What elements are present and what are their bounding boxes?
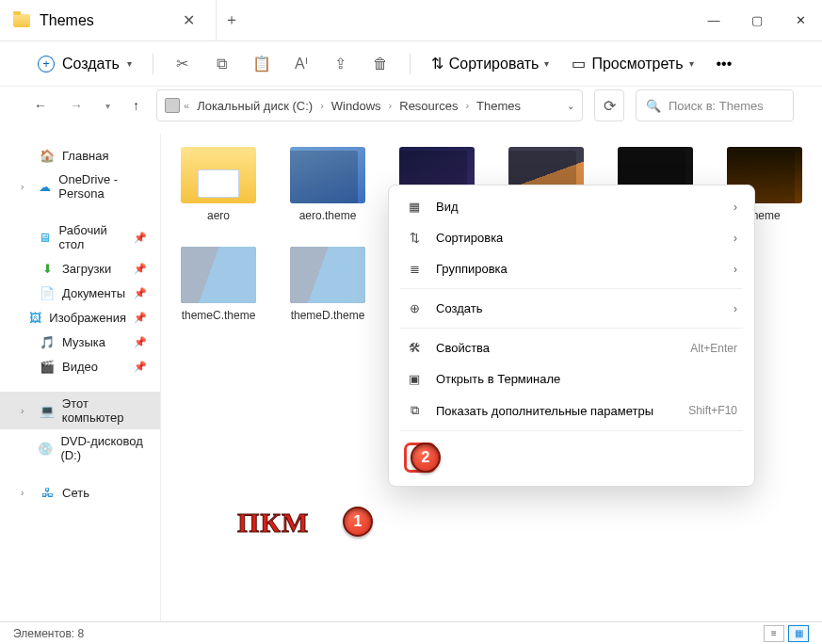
tab-close-button[interactable]: ✕ [175, 8, 202, 33]
ctx-terminal[interactable]: ▣Открыть в Терминале [395, 363, 749, 394]
ctx-more-options[interactable]: ⧉Показать дополнительные параметрыShift+… [395, 394, 749, 427]
status-bar: Элементов: 8 ≡ ▦ [0, 621, 822, 644]
sort-button[interactable]: ⇅ Сортировать ▾ [422, 51, 559, 76]
file-tile[interactable]: aero.theme [276, 147, 379, 222]
tab-themes[interactable]: Themes ✕ [0, 0, 217, 41]
pictures-icon: 🖼 [29, 310, 41, 325]
ctx-new[interactable]: ⊕Создать› [395, 293, 749, 324]
search-placeholder: Поиск в: Themes [669, 99, 764, 113]
item-count: Элементов: 8 [13, 627, 84, 640]
pin-icon: 📌 [134, 287, 147, 299]
more-button[interactable]: ••• [707, 52, 742, 76]
window-maximize-button[interactable]: ▢ [735, 6, 779, 35]
cut-button[interactable]: ✂ [165, 55, 201, 72]
sidebar-desktop[interactable]: 🖥Рабочий стол📌 [0, 218, 160, 256]
video-icon: 🎬 [40, 359, 55, 374]
properties-icon: 🛠 [406, 341, 423, 355]
sidebar: 🏠Главная ›☁OneDrive - Persona 🖥Рабочий с… [0, 134, 161, 621]
download-icon: ⬇ [40, 261, 55, 276]
file-tile[interactable]: themeC.theme [167, 247, 270, 322]
chevron-down-icon: ▾ [689, 58, 694, 69]
window-minimize-button[interactable]: — [692, 6, 735, 35]
address-row: ← → ▾ ↑ « Локальный диск (C:)› Windows› … [0, 87, 822, 134]
chevron-down-icon: ▾ [544, 58, 549, 69]
plus-circle-icon: + [38, 56, 55, 72]
refresh-button[interactable]: ⟳ [594, 89, 624, 121]
pc-icon: 💻 [40, 403, 55, 418]
theme-thumb [181, 247, 256, 303]
file-tile[interactable]: themeD.theme [276, 247, 379, 322]
home-icon: 🏠 [40, 148, 55, 163]
crumb-2[interactable]: Resources [395, 99, 461, 113]
recent-button[interactable]: ▾ [100, 95, 116, 117]
annotation-callout-2: 2 [411, 443, 441, 473]
pin-icon: 📌 [134, 336, 147, 348]
new-label: Создать [62, 56, 120, 72]
search-input[interactable]: 🔍 Поиск в: Themes [636, 89, 794, 121]
delete-button[interactable]: 🗑 [363, 56, 398, 72]
theme-thumb [290, 147, 365, 203]
window-close-button[interactable]: ✕ [779, 6, 822, 35]
up-button[interactable]: ↑ [127, 92, 145, 119]
crumb-3[interactable]: Themes [473, 99, 524, 113]
sort-icon: ⇅ [406, 231, 423, 245]
sidebar-network[interactable]: ›🖧Сеть [0, 480, 160, 505]
folder-icon [181, 147, 256, 203]
plus-icon: ⊕ [406, 301, 423, 315]
folder-icon [13, 14, 30, 27]
file-tile[interactable]: aero [167, 147, 270, 222]
sidebar-home[interactable]: 🏠Главная [0, 143, 160, 168]
path-history-button[interactable]: ⌄ [567, 101, 574, 111]
theme-thumb [290, 247, 365, 303]
sidebar-music[interactable]: 🎵Музыка📌 [0, 330, 160, 354]
sidebar-onedrive[interactable]: ›☁OneDrive - Persona [0, 168, 160, 205]
sort-icon: ⇅ [431, 55, 443, 72]
title-bar: Themes ✕ ＋ — ▢ ✕ [0, 0, 822, 41]
sidebar-documents[interactable]: 📄Документы📌 [0, 281, 160, 305]
chevron-right-icon: › [733, 263, 737, 276]
sidebar-pictures[interactable]: 🖼Изображения📌 [0, 305, 160, 330]
context-menu: ▦Вид› ⇅Сортировка› ≣Группировка› ⊕Создат… [388, 185, 755, 487]
new-button[interactable]: + Создать ▾ [28, 52, 141, 76]
annotation-callout-1: 1 [343, 507, 373, 537]
forward-button[interactable]: → [64, 92, 89, 119]
view-icon: ▭ [572, 55, 586, 72]
crumb-1[interactable]: Windows [328, 99, 385, 113]
rename-button[interactable]: Aᴵ [283, 55, 319, 72]
ctx-group[interactable]: ≣Группировка› [395, 253, 749, 284]
copy-button[interactable]: ⧉ [204, 56, 240, 72]
chevron-down-icon: ▾ [127, 58, 132, 69]
icons-view-button[interactable]: ▦ [788, 625, 809, 642]
group-icon: ≣ [406, 262, 423, 276]
pin-icon: 📌 [134, 312, 147, 324]
tab-title: Themes [40, 12, 94, 29]
paste-button[interactable]: 📋 [244, 55, 280, 72]
sidebar-downloads[interactable]: ⬇Загрузки📌 [0, 256, 160, 281]
sidebar-this-pc[interactable]: ›💻Этот компьютер [0, 392, 160, 429]
crumb-0[interactable]: Локальный диск (C:) [193, 99, 316, 113]
share-button[interactable]: ⇪ [323, 55, 359, 72]
more-icon: ⧉ [406, 403, 423, 418]
dvd-icon: 💿 [38, 441, 53, 456]
ctx-sort[interactable]: ⇅Сортировка› [395, 222, 749, 253]
sort-label: Сортировать [449, 56, 540, 72]
desktop-icon: 🖥 [39, 230, 52, 245]
breadcrumb[interactable]: « Локальный диск (C:)› Windows› Resource… [156, 89, 583, 121]
terminal-icon: ▣ [406, 372, 423, 386]
chevron-right-icon: › [733, 201, 737, 214]
back-button[interactable]: ← [28, 92, 53, 119]
search-icon: 🔍 [646, 99, 661, 113]
pin-icon: 📌 [134, 232, 147, 244]
view-button[interactable]: ▭ Просмотреть ▾ [562, 51, 702, 76]
sidebar-videos[interactable]: 🎬Видео📌 [0, 354, 160, 378]
chevron-right-icon: › [733, 232, 737, 245]
new-tab-button[interactable]: ＋ [217, 7, 247, 34]
ctx-view[interactable]: ▦Вид› [395, 191, 749, 222]
details-view-button[interactable]: ≡ [764, 625, 784, 642]
annotation-pkm-label: ПКМ [237, 507, 309, 539]
sidebar-dvd[interactable]: 💿DVD-дисковод (D:) [0, 429, 160, 467]
pin-icon: 📌 [134, 361, 147, 373]
cloud-icon: ☁ [38, 179, 51, 194]
chevron-right-icon: › [733, 302, 737, 315]
ctx-properties[interactable]: 🛠СвойстваAlt+Enter [395, 332, 749, 363]
